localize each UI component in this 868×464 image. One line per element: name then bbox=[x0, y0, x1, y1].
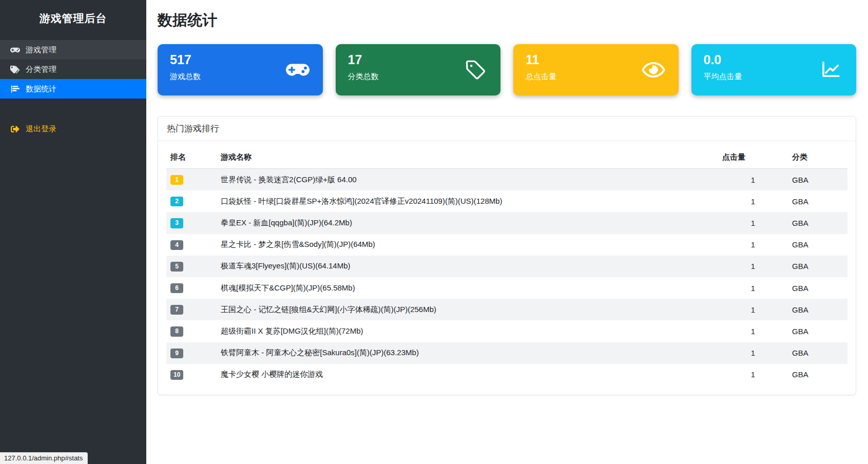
clicks-cell: 1 bbox=[718, 277, 788, 299]
category-cell: GBA bbox=[788, 277, 847, 299]
sidebar-item-categories[interactable]: 分类管理 bbox=[0, 60, 146, 79]
game-name-cell: 口袋妖怪 - 叶绿[口袋群星SP+洛水惊鸿](2024官译修正v20241109… bbox=[217, 190, 718, 212]
category-cell: GBA bbox=[788, 256, 847, 277]
clicks-cell: 1 bbox=[718, 320, 788, 342]
stat-card-total-clicks: 11 总点击量 bbox=[513, 44, 679, 95]
category-cell: GBA bbox=[788, 234, 847, 256]
stat-card-avg-clicks: 0.0 平均点击量 bbox=[691, 44, 857, 95]
page-title: 数据统计 bbox=[158, 10, 856, 31]
gamepad-icon bbox=[286, 60, 310, 80]
table-header-row: 排名 游戏名称 点击量 分类 bbox=[166, 144, 847, 169]
panel-title: 热门游戏排行 bbox=[158, 117, 856, 141]
rank-badge: 4 bbox=[170, 240, 183, 250]
game-name-cell: 魔卡少女樱 小樱牌的迷你游戏 bbox=[217, 364, 718, 385]
sidebar-item-games[interactable]: 游戏管理 bbox=[0, 40, 146, 60]
category-cell: GBA bbox=[788, 212, 847, 234]
table-row: 3 拳皇EX - 新血[qqgba](简)(JP)(64.2Mb) 1 GBA bbox=[166, 212, 847, 234]
rank-badge: 5 bbox=[170, 262, 183, 272]
rank-badge: 9 bbox=[170, 349, 183, 358]
stat-card-total-games: 517 游戏总数 bbox=[158, 44, 323, 95]
rank-badge: 1 bbox=[170, 175, 183, 185]
sign-out-icon bbox=[10, 125, 20, 133]
table-row: 2 口袋妖怪 - 叶绿[口袋群星SP+洛水惊鸿](2024官译修正v202411… bbox=[166, 190, 847, 212]
bar-chart-icon bbox=[10, 85, 20, 93]
rank-badge: 3 bbox=[170, 218, 183, 228]
table-row: 8 超级街霸II X 复苏[DMG汉化组](简)(72Mb) 1 GBA bbox=[166, 320, 847, 342]
table-row: 5 极道车魂3[Flyeyes](简)(US)(64.14Mb) 1 GBA bbox=[166, 256, 847, 277]
clicks-cell: 1 bbox=[718, 234, 788, 256]
game-name-cell: 星之卡比 - 梦之泉[伤雪&Sody](简)(JP)(64Mb) bbox=[217, 234, 718, 256]
clicks-cell: 1 bbox=[718, 212, 788, 234]
table-row: 6 棋魂[模拟天下&CGP](简)(JP)(65.58Mb) 1 GBA bbox=[166, 277, 847, 299]
clicks-cell: 1 bbox=[718, 256, 788, 277]
app-title: 游戏管理后台 bbox=[0, 0, 146, 40]
game-name-cell: 棋魂[模拟天下&CGP](简)(JP)(65.58Mb) bbox=[217, 277, 718, 299]
sidebar-item-label: 数据统计 bbox=[26, 84, 56, 94]
game-name-cell: 王国之心 - 记忆之链[狼组&天幻网](小字体稀疏)(简)(JP)(256Mb) bbox=[217, 299, 718, 320]
stat-cards-row: 517 游戏总数 17 分类总数 11 总点击量 0.0 平均点击量 bbox=[158, 44, 856, 95]
column-header-category: 分类 bbox=[788, 144, 847, 169]
tag-icon bbox=[464, 60, 487, 80]
game-name-cell: 超级街霸II X 复苏[DMG汉化组](简)(72Mb) bbox=[217, 320, 718, 342]
game-name-cell: 铁臂阿童木 - 阿童木心之秘密[Sakura0s](简)(JP)(63.23Mb… bbox=[217, 342, 718, 364]
chart-line-icon bbox=[819, 60, 843, 80]
category-cell: GBA bbox=[788, 190, 847, 212]
main-content: 数据统计 517 游戏总数 17 分类总数 11 总点击量 0.0 平均点击量 … bbox=[146, 0, 868, 395]
clicks-cell: 1 bbox=[718, 169, 788, 191]
sidebar-item-label: 退出登录 bbox=[26, 124, 56, 134]
clicks-cell: 1 bbox=[718, 190, 788, 212]
game-name-cell: 拳皇EX - 新血[qqgba](简)(JP)(64.2Mb) bbox=[217, 212, 718, 234]
clicks-cell: 1 bbox=[718, 299, 788, 320]
table-row: 4 星之卡比 - 梦之泉[伤雪&Sody](简)(JP)(64Mb) 1 GBA bbox=[166, 234, 847, 256]
rank-badge: 7 bbox=[170, 305, 183, 315]
panel-body: 排名 游戏名称 点击量 分类 1 世界传说 - 换装迷宫2(CGP)绿+版 64… bbox=[158, 141, 856, 395]
rank-badge: 2 bbox=[170, 197, 183, 206]
category-cell: GBA bbox=[788, 342, 847, 364]
column-header-clicks: 点击量 bbox=[718, 144, 788, 169]
clicks-cell: 1 bbox=[718, 364, 788, 385]
clicks-cell: 1 bbox=[718, 342, 788, 364]
category-cell: GBA bbox=[788, 364, 847, 385]
rank-badge: 6 bbox=[170, 283, 183, 293]
category-cell: GBA bbox=[788, 320, 847, 342]
stat-card-total-categories: 17 分类总数 bbox=[336, 44, 501, 95]
sidebar: 游戏管理后台 游戏管理 分类管理 数据统计 退出登录 bbox=[0, 0, 146, 464]
category-cell: GBA bbox=[788, 169, 847, 191]
tags-icon bbox=[10, 65, 20, 74]
category-cell: GBA bbox=[788, 299, 847, 320]
gamepad-icon bbox=[10, 46, 20, 54]
link-preview-tooltip: 127.0.0.1/admin.php#stats bbox=[0, 452, 88, 464]
sidebar-item-label: 游戏管理 bbox=[26, 45, 56, 55]
hot-games-panel: 热门游戏排行 排名 游戏名称 点击量 分类 1 世界传说 - 换装迷宫2(CGP… bbox=[158, 116, 856, 395]
sidebar-item-label: 分类管理 bbox=[26, 65, 56, 74]
rank-badge: 8 bbox=[170, 326, 183, 336]
table-row: 10 魔卡少女樱 小樱牌的迷你游戏 1 GBA bbox=[166, 364, 847, 385]
table-row: 7 王国之心 - 记忆之链[狼组&天幻网](小字体稀疏)(简)(JP)(256M… bbox=[166, 299, 847, 320]
sidebar-item-stats[interactable]: 数据统计 bbox=[0, 79, 146, 99]
sidebar-item-logout[interactable]: 退出登录 bbox=[0, 119, 146, 139]
game-name-cell: 世界传说 - 换装迷宫2(CGP)绿+版 64.00 bbox=[217, 169, 718, 191]
column-header-name: 游戏名称 bbox=[217, 144, 718, 169]
column-header-rank: 排名 bbox=[166, 144, 217, 169]
ranking-table: 排名 游戏名称 点击量 分类 1 世界传说 - 换装迷宫2(CGP)绿+版 64… bbox=[166, 144, 847, 385]
eye-icon bbox=[642, 60, 665, 80]
table-row: 9 铁臂阿童木 - 阿童木心之秘密[Sakura0s](简)(JP)(63.23… bbox=[166, 342, 847, 364]
game-name-cell: 极道车魂3[Flyeyes](简)(US)(64.14Mb) bbox=[217, 256, 718, 277]
rank-badge: 10 bbox=[170, 370, 183, 380]
table-row: 1 世界传说 - 换装迷宫2(CGP)绿+版 64.00 1 GBA bbox=[166, 169, 847, 191]
